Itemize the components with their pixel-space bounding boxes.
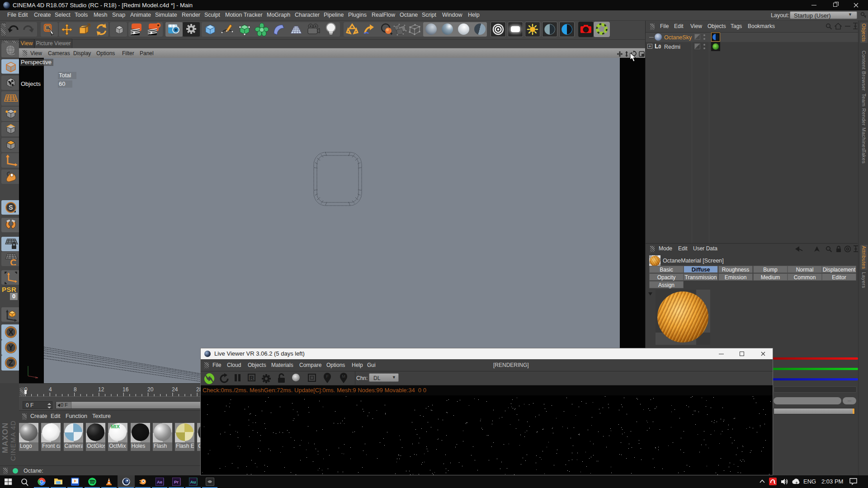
svg-text:Pr: Pr	[174, 479, 179, 484]
svg-text:M: M	[342, 374, 345, 379]
svg-text:Ae: Ae	[157, 479, 162, 484]
svg-text:X: X	[8, 328, 14, 337]
svg-text:Y: Y	[8, 343, 14, 352]
svg-text:S: S	[9, 204, 13, 211]
svg-text:F: F	[326, 374, 329, 379]
svg-text:Z: Z	[9, 359, 13, 367]
svg-text:Au: Au	[190, 479, 196, 484]
